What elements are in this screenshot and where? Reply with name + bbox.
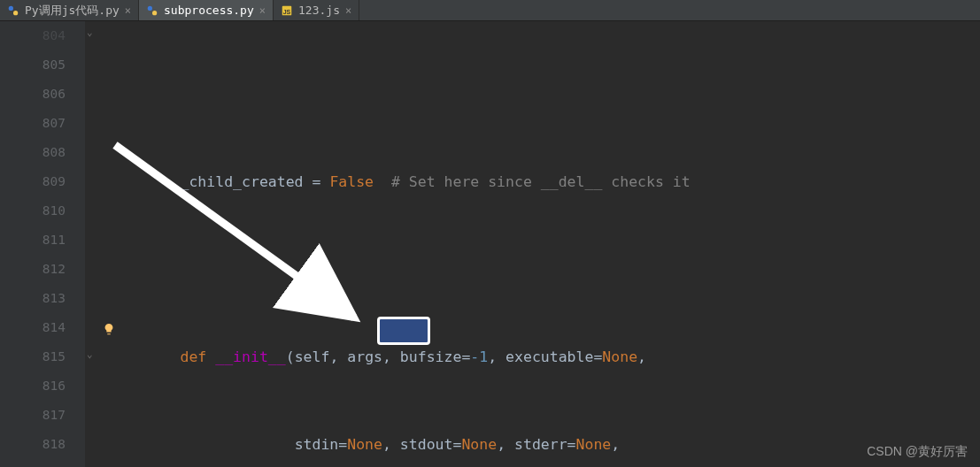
line-number: 814 xyxy=(0,313,66,342)
line-number: 812 xyxy=(0,255,66,284)
code-line: _child_created = False # Set here since … xyxy=(110,167,831,196)
tab-label: 123.js xyxy=(298,4,340,17)
js-file-icon: JS xyxy=(281,4,293,17)
line-number: 818 xyxy=(0,430,66,459)
close-icon[interactable]: × xyxy=(345,4,351,17)
fold-marker-icon[interactable]: ⌄ xyxy=(87,27,97,37)
close-icon[interactable]: × xyxy=(125,4,131,17)
editor[interactable]: 804 805 806 807 808 809 810 811 812 813 … xyxy=(0,21,980,467)
marker-column: ⌄ ⌄ xyxy=(85,21,106,467)
line-number: 804 xyxy=(0,21,66,50)
close-icon[interactable]: × xyxy=(259,4,266,17)
line-number: 806 xyxy=(0,80,66,109)
line-number: 816 xyxy=(0,371,66,401)
line-number: 808 xyxy=(0,138,66,167)
line-number: 810 xyxy=(0,196,66,226)
tab-label: Py调用js代码.py xyxy=(25,3,120,19)
svg-point-1 xyxy=(13,11,18,15)
code-line: stdin=None, stdout=None, stderr=None, xyxy=(110,430,831,459)
line-number: 815 xyxy=(0,342,66,371)
svg-point-2 xyxy=(148,5,152,10)
tab-file-2[interactable]: subprocess.py × xyxy=(139,0,274,20)
line-number: 807 xyxy=(0,109,66,138)
intention-bulb-icon[interactable] xyxy=(103,322,115,334)
tab-file-1[interactable]: Py调用js代码.py × xyxy=(0,0,139,20)
svg-point-0 xyxy=(9,5,13,10)
code-area[interactable]: _child_created = False # Set here since … xyxy=(85,21,831,467)
tab-label: subprocess.py xyxy=(164,4,254,17)
code-line xyxy=(110,80,831,109)
code-line: def __init__(self, args, bufsize=-1, exe… xyxy=(110,342,831,371)
python-file-icon xyxy=(7,4,19,17)
code-line xyxy=(110,255,831,284)
svg-point-3 xyxy=(152,11,157,15)
line-number: 811 xyxy=(0,226,66,255)
line-number: 813 xyxy=(0,284,66,313)
line-number: 817 xyxy=(0,401,66,430)
line-number: 809 xyxy=(0,167,66,196)
fold-marker-icon[interactable]: ⌄ xyxy=(87,348,97,359)
tab-file-3[interactable]: JS 123.js × xyxy=(274,0,359,20)
svg-text:JS: JS xyxy=(283,8,291,14)
python-file-icon xyxy=(146,4,158,17)
line-number: 805 xyxy=(0,50,66,80)
line-number-gutter: 804 805 806 807 808 809 810 811 812 813 … xyxy=(0,21,85,467)
tab-bar: Py调用js代码.py × subprocess.py × JS 123.js … xyxy=(0,0,980,21)
watermark: CSDN @黄好厉害 xyxy=(867,444,968,460)
